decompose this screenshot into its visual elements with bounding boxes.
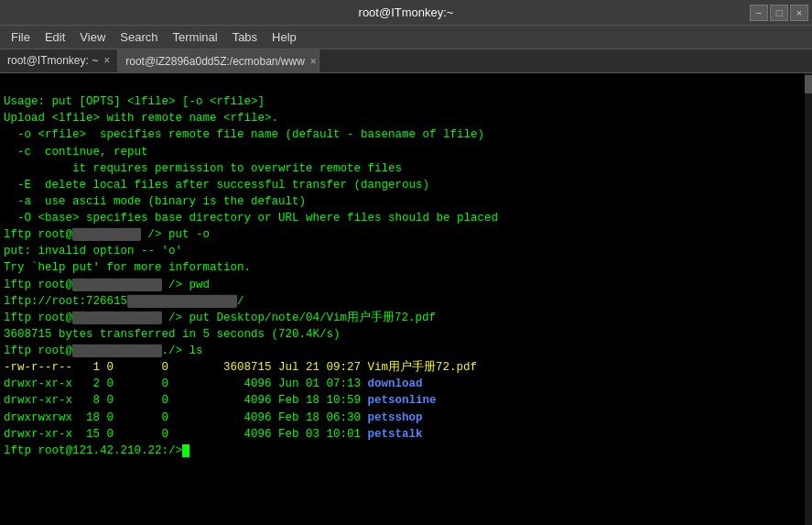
menu-file[interactable]: File: [4, 28, 38, 46]
terminal-content-1: Usage: put [OPTS] <lfile> [-o <rfile>] U…: [0, 73, 812, 525]
tab-2-label: root@iZ2896a0dd5Z:/ecmoban/www: [125, 55, 305, 68]
menu-edit[interactable]: Edit: [38, 28, 72, 46]
terminal-pane-1[interactable]: Usage: put [OPTS] <lfile> [-o <rfile>] U…: [0, 73, 812, 525]
minimize-button[interactable]: −: [750, 5, 768, 21]
title-bar: root@ITmonkey:~ − □ ×: [0, 0, 812, 26]
menu-search[interactable]: Search: [113, 28, 165, 46]
tab-2[interactable]: root@iZ2896a0dd5Z:/ecmoban/www ×: [118, 49, 319, 72]
title-bar-title: root@ITmonkey:~: [359, 5, 454, 19]
close-button[interactable]: ×: [790, 5, 808, 21]
menu-bar: File Edit View Search Terminal Tabs Help: [0, 26, 812, 49]
title-bar-controls: − □ ×: [750, 5, 808, 21]
tab-2-close[interactable]: ×: [310, 55, 317, 68]
tab-1-label: root@ITmonkey: ~: [7, 54, 98, 67]
menu-tabs[interactable]: Tabs: [225, 28, 265, 46]
tab-1-close[interactable]: ×: [103, 54, 110, 67]
terminal-container: Usage: put [OPTS] <lfile> [-o <rfile>] U…: [0, 73, 812, 525]
tab-1[interactable]: root@ITmonkey: ~ ×: [0, 49, 118, 72]
menu-help[interactable]: Help: [265, 28, 304, 46]
tab-bar: root@ITmonkey: ~ × root@iZ2896a0dd5Z:/ec…: [0, 49, 812, 73]
scrollbar-thumb-1[interactable]: [805, 75, 812, 93]
maximize-button[interactable]: □: [770, 5, 788, 21]
scrollbar-1[interactable]: [805, 73, 812, 525]
menu-terminal[interactable]: Terminal: [166, 28, 225, 46]
menu-view[interactable]: View: [72, 28, 113, 46]
